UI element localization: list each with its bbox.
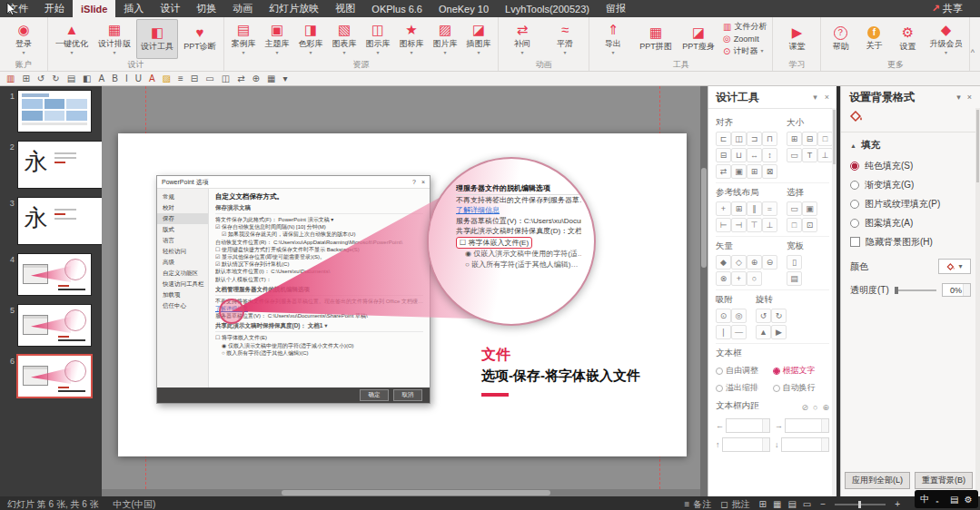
grid-icon[interactable]: ▦ — [267, 72, 275, 85]
scrollbar-thumb[interactable] — [833, 110, 836, 164]
vector-tool-icon[interactable]: ⊗ — [716, 271, 731, 286]
tab-islide[interactable]: iSlide — [73, 0, 115, 17]
arrange-icon[interactable]: ⇄ — [237, 72, 244, 85]
columns-icon[interactable]: ◫ — [222, 72, 230, 85]
collapse-ribbon-button[interactable]: ^ — [971, 48, 975, 57]
canvas-horizontal-scrollbar[interactable] — [102, 489, 700, 496]
padding-tool-icon[interactable]: ○ — [813, 403, 817, 412]
color-picker-button[interactable]: ▾ — [938, 259, 971, 274]
rotate-tool-icon[interactable]: ↻ — [771, 309, 787, 323]
align-tool-icon[interactable]: ⊟ — [716, 148, 731, 162]
tab-slideshow[interactable]: 幻灯片放映 — [261, 0, 327, 17]
ppt-slim-button[interactable]: ◪ PPT瘦身 — [678, 19, 719, 59]
panel-close-icon[interactable]: × — [825, 93, 829, 102]
align-tool-icon[interactable]: ⇄ — [716, 164, 731, 179]
resource-library-button[interactable]: ▨ 图片库 ▾ — [429, 19, 461, 59]
panel-scrollbar[interactable] — [975, 108, 980, 496]
paste-icon[interactable]: ▤ — [67, 72, 75, 85]
section-collapse-icon[interactable]: ▲ — [850, 142, 856, 149]
font-icon[interactable]: A — [99, 72, 105, 85]
align-tool-icon[interactable]: ↔ — [747, 148, 762, 162]
language-indicator[interactable]: 中文(中国) — [114, 498, 156, 510]
size-tool-icon[interactable]: T — [802, 148, 817, 162]
textbox-mode-radio[interactable]: 根据文字 — [773, 362, 830, 379]
resource-library-button[interactable]: ◪ 插图库 ▾ — [462, 19, 495, 59]
zoom-in-button[interactable]: + — [895, 499, 900, 509]
panel-scrollbar[interactable] — [832, 108, 836, 496]
ime-keyboard-icon[interactable]: ▤ — [950, 495, 958, 505]
underline-icon[interactable]: U — [135, 72, 142, 85]
undo-icon[interactable]: ↺ — [37, 72, 45, 85]
tab-file[interactable]: 文件 — [0, 0, 36, 17]
one-click-optimize-button[interactable]: ▲ 一键优化 ▾ — [51, 19, 93, 59]
tab-transitions[interactable]: 切换 — [188, 0, 224, 17]
guides-tool-icon[interactable]: = — [762, 201, 777, 216]
format-painter-icon[interactable]: ◧ — [83, 72, 91, 85]
align-tool-icon[interactable]: ⊐ — [747, 132, 762, 146]
share-button[interactable]: ↗ 共享 — [924, 2, 971, 15]
design-tools-button[interactable]: ◧ 设计工具 — [136, 19, 178, 59]
slide-thumbnail-5[interactable]: 5 — [0, 305, 102, 346]
snap-tool-icon[interactable]: — — [731, 325, 747, 339]
resource-library-button[interactable]: ▧ 图表库 ▾ — [328, 19, 361, 59]
fill-option-radio[interactable]: 渐变填充(G) — [850, 175, 971, 194]
select-tool-icon[interactable]: □ — [787, 218, 802, 232]
insert-icon[interactable]: ⊕ — [252, 72, 260, 85]
align-tool-icon[interactable]: ⊓ — [762, 132, 777, 146]
tween-button[interactable]: ⇄ 补间 ▾ — [501, 19, 543, 59]
italic-icon[interactable]: I — [125, 72, 128, 85]
reset-background-button[interactable]: 重置背景(B) — [915, 472, 973, 489]
padding-input[interactable] — [726, 418, 770, 433]
snap-tool-icon[interactable]: | — [716, 325, 731, 339]
slide-canvas[interactable]: PowerPoint 选项 ?× 常规校对保存版式语言轻松访问高级自定义功能区快… — [102, 86, 700, 496]
size-tool-icon[interactable]: ⊥ — [817, 148, 833, 162]
vector-tool-icon[interactable]: ◇ — [731, 255, 747, 270]
panel-dropdown-icon[interactable]: ▾ — [813, 93, 817, 102]
tab-onekey[interactable]: OneKey 10 — [431, 0, 497, 17]
slide-thumbnail-4[interactable]: 4 — [0, 254, 102, 295]
ime-punct-icon[interactable]: 。 — [935, 493, 945, 505]
align-tool-icon[interactable]: ⊞ — [747, 164, 762, 179]
board-tool-icon[interactable]: ▤ — [787, 271, 802, 286]
slide-thumbnail-3[interactable]: 3 永 — [0, 198, 102, 244]
resource-library-button[interactable]: ▤ 案例库 ▾ — [227, 19, 260, 59]
bold-icon[interactable]: B — [112, 72, 118, 85]
vector-tool-icon[interactable]: ⊖ — [762, 255, 777, 270]
resource-library-button[interactable]: ▣ 主题库 ▾ — [261, 19, 293, 59]
panel-close-icon[interactable]: × — [967, 93, 972, 102]
select-tool-icon[interactable]: ⊡ — [802, 218, 817, 232]
vector-tool-icon[interactable]: ⊕ — [747, 255, 762, 270]
zoomit-button[interactable]: ◎ ZoomIt — [723, 34, 767, 44]
align-tool-icon[interactable]: ⊠ — [762, 164, 777, 179]
slide-caption[interactable]: 文件 选项-保存-将字体嵌入文件 — [481, 346, 640, 397]
guides-tool-icon[interactable]: ⊥ — [762, 218, 777, 232]
resource-library-button[interactable]: ◨ 色彩库 ▾ — [294, 19, 327, 59]
highlight-icon[interactable]: ▨ — [163, 72, 171, 85]
file-analysis-button[interactable]: ▥ 文件分析 — [723, 21, 767, 33]
rotate-tool-icon[interactable]: ↺ — [756, 309, 771, 323]
padding-tool-icon[interactable]: ⊕ — [822, 403, 829, 412]
ppt-diagnosis-button[interactable]: ♥ PPT诊断 — [179, 19, 221, 59]
scrollbar-thumb[interactable] — [976, 110, 979, 182]
guides-tool-icon[interactable]: ⊣ — [731, 218, 747, 232]
comments-toggle[interactable]: ◻ 批注 — [720, 498, 749, 510]
resource-library-button[interactable]: ◫ 图示库 ▾ — [361, 19, 394, 59]
tab-design[interactable]: 设计 — [152, 0, 188, 17]
slider-thumb[interactable] — [858, 501, 861, 508]
slider-thumb[interactable] — [895, 287, 898, 294]
timer-button[interactable]: ⊙ 计时器 ▾ — [723, 45, 767, 57]
magnifier-circle[interactable]: 理服务器文件的脱机编辑选项不再支持将签出的文件保存到服务器草…了解详细信息服务器… — [427, 157, 596, 326]
table-icon[interactable]: ⊟ — [191, 72, 198, 85]
upgrade-vip-button[interactable]: ◆ 升级会员 ▾ — [925, 19, 966, 59]
tab-insert[interactable]: 插入 — [115, 0, 152, 17]
scrollbar-thumb[interactable] — [701, 168, 707, 268]
canvas-vertical-scrollbar[interactable] — [700, 86, 708, 496]
notes-toggle[interactable]: ≡ 备注 — [684, 498, 711, 510]
reading-view-icon[interactable]: ▤ — [787, 499, 796, 509]
size-tool-icon[interactable]: ⊞ — [787, 132, 802, 146]
size-tool-icon[interactable]: ▭ — [787, 148, 802, 162]
textbox-mode-radio[interactable]: 溢出缩排 — [716, 379, 773, 397]
select-tool-icon[interactable]: ▣ — [802, 201, 817, 216]
tab-okplus[interactable]: OKPlus 6.6 — [363, 0, 431, 17]
align-left-icon[interactable]: ≡ — [178, 72, 183, 85]
